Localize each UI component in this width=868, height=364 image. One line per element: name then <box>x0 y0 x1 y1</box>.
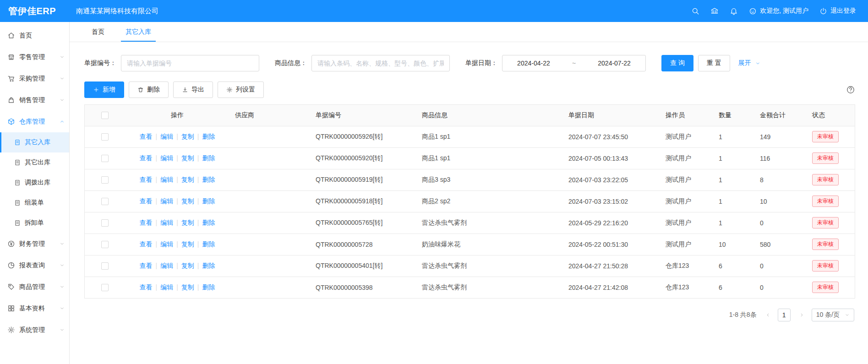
action-delete-link[interactable]: 删除 <box>202 197 215 205</box>
action-view-link[interactable]: 查看 <box>140 197 153 205</box>
action-view-link[interactable]: 查看 <box>140 154 153 162</box>
cell-actions: 查看|编辑|复制|删除 <box>125 255 229 277</box>
search-icon[interactable] <box>691 7 699 15</box>
date-end-value[interactable]: 2024-07-22 <box>598 60 631 67</box>
date-start-value[interactable]: 2024-04-22 <box>517 60 550 67</box>
bank-icon[interactable] <box>710 7 719 15</box>
delete-button[interactable]: 删除 <box>129 81 169 98</box>
row-checkbox[interactable] <box>101 219 109 227</box>
tab-home[interactable]: 首页 <box>83 22 113 42</box>
row-checkbox[interactable] <box>101 284 109 291</box>
action-delete-link[interactable]: 删除 <box>202 262 215 269</box>
sidebar-item[interactable]: 采购管理 <box>0 68 69 89</box>
action-copy-link[interactable]: 复制 <box>181 240 194 248</box>
cell-doc-no: QTRK00000005401[转] <box>310 255 416 277</box>
sidebar-subitem[interactable]: 调拨出库 <box>0 173 69 193</box>
sidebar-subitem[interactable]: 组装单 <box>0 193 69 213</box>
action-view-link[interactable]: 查看 <box>140 283 153 291</box>
cell-actions: 查看|编辑|复制|删除 <box>125 277 229 298</box>
inbound-table: 操作 供应商 单据编号 商品信息 单据日期 操作员 数量 金额合计 状态 查看|… <box>85 105 855 299</box>
row-checkbox[interactable] <box>101 133 109 141</box>
sidebar-item[interactable]: 基本资料 <box>0 298 69 319</box>
action-copy-link[interactable]: 复制 <box>181 176 194 183</box>
cell-goods: 雷达杀虫气雾剂 <box>416 212 563 234</box>
sidebar-item[interactable]: 首页 <box>0 25 69 46</box>
action-view-link[interactable]: 查看 <box>140 240 153 248</box>
welcome-user[interactable]: 欢迎您, 测试用户 <box>749 7 808 15</box>
sidebar-item[interactable]: 仓库管理 <box>0 111 69 132</box>
doc-no-input[interactable] <box>121 55 259 71</box>
bell-icon[interactable] <box>730 7 738 15</box>
search-button[interactable]: 查 询 <box>661 55 693 71</box>
row-checkbox[interactable] <box>101 262 109 270</box>
expand-link[interactable]: 展开 <box>738 59 760 67</box>
action-delete-link[interactable]: 删除 <box>202 283 215 291</box>
action-delete-link[interactable]: 删除 <box>202 133 215 140</box>
action-edit-link[interactable]: 编辑 <box>160 262 173 269</box>
action-copy-link[interactable]: 复制 <box>181 262 194 269</box>
sidebar-item[interactable]: 系统管理 <box>0 319 69 341</box>
action-delete-link[interactable]: 删除 <box>202 219 215 226</box>
action-view-link[interactable]: 查看 <box>140 176 153 183</box>
page-size-select[interactable]: 10 条/页 <box>812 309 854 321</box>
sidebar-subitem[interactable]: 拆卸单 <box>0 213 69 233</box>
action-delete-link[interactable]: 删除 <box>202 176 215 183</box>
sidebar-subitem-label: 调拨出库 <box>25 179 69 187</box>
prev-page-button[interactable] <box>761 309 773 321</box>
row-checkbox[interactable] <box>101 176 109 184</box>
action-view-link[interactable]: 查看 <box>140 262 153 269</box>
action-copy-link[interactable]: 复制 <box>181 197 194 205</box>
table-row: 查看|编辑|复制|删除QTRK00000005401[转]雷达杀虫气雾剂2024… <box>85 255 855 277</box>
cell-date: 2024-07-07 23:45:50 <box>563 126 660 147</box>
action-copy-link[interactable]: 复制 <box>181 219 194 226</box>
sidebar-item[interactable]: 财务管理 <box>0 233 69 255</box>
sidebar-subitem[interactable]: 其它出库 <box>0 152 69 173</box>
action-separator: | <box>176 154 178 162</box>
action-delete-link[interactable]: 删除 <box>202 240 215 248</box>
logout-button[interactable]: 退出登录 <box>819 7 856 15</box>
action-copy-link[interactable]: 复制 <box>181 133 194 140</box>
action-edit-link[interactable]: 编辑 <box>160 283 173 291</box>
action-edit-link[interactable]: 编辑 <box>160 197 173 205</box>
next-page-button[interactable] <box>795 309 807 321</box>
action-edit-link[interactable]: 编辑 <box>160 154 173 162</box>
cell-operator: 仓库123 <box>660 255 713 277</box>
sidebar-item[interactable]: 销售管理 <box>0 89 69 111</box>
date-range-picker[interactable]: 2024-04-22 ~ 2024-07-22 <box>502 55 646 71</box>
add-button[interactable]: 新增 <box>84 81 124 98</box>
action-view-link[interactable]: 查看 <box>140 219 153 226</box>
cell-operator: 测试用户 <box>660 234 713 255</box>
cell-goods: 商品3 sp3 <box>416 169 563 190</box>
chevron-down-icon <box>60 327 65 332</box>
sidebar-item[interactable]: 报表查询 <box>0 255 69 276</box>
box-icon <box>7 118 15 125</box>
action-copy-link[interactable]: 复制 <box>181 154 194 162</box>
table-row: 查看|编辑|复制|删除QTRK00000005918[转]商品2 sp22024… <box>85 190 855 212</box>
row-checkbox[interactable] <box>101 241 109 248</box>
action-edit-link[interactable]: 编辑 <box>160 219 173 226</box>
column-settings-button[interactable]: 列设置 <box>218 81 264 98</box>
sidebar-subitem[interactable]: 其它入库 <box>0 132 69 152</box>
row-checkbox[interactable] <box>101 198 109 205</box>
action-edit-link[interactable]: 编辑 <box>160 240 173 248</box>
action-delete-link[interactable]: 删除 <box>202 154 215 162</box>
help-icon[interactable] <box>846 85 855 94</box>
goods-info-input[interactable] <box>311 55 450 71</box>
action-view-link[interactable]: 查看 <box>140 133 153 140</box>
action-edit-link[interactable]: 编辑 <box>160 176 173 183</box>
app-logo[interactable]: 管伊佳ERP <box>0 5 70 17</box>
action-copy-link[interactable]: 复制 <box>181 283 194 291</box>
export-button[interactable]: 导出 <box>173 81 213 98</box>
page-number-1[interactable]: 1 <box>778 309 791 321</box>
reset-button[interactable]: 重 置 <box>698 55 730 71</box>
status-badge: 未审核 <box>812 282 839 293</box>
doc-icon <box>14 159 21 166</box>
sidebar-item[interactable]: 零售管理 <box>0 46 69 68</box>
row-checkbox[interactable] <box>101 155 109 162</box>
select-all-checkbox[interactable] <box>101 112 109 119</box>
tab-other-inbound[interactable]: 其它入库 <box>117 22 159 42</box>
action-edit-link[interactable]: 编辑 <box>160 133 173 140</box>
cell-date: 2024-07-03 23:22:05 <box>563 169 660 190</box>
action-separator: | <box>197 133 199 140</box>
sidebar-item[interactable]: 商品管理 <box>0 276 69 298</box>
